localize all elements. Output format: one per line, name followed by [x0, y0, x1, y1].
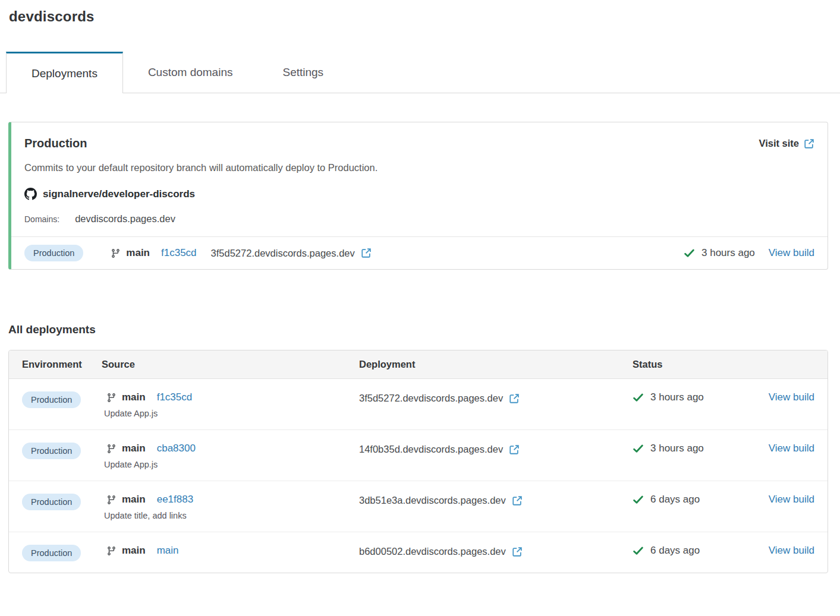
check-icon	[633, 494, 644, 506]
table-body: Production main f1c35cd Update App.js 3f…	[9, 379, 828, 573]
external-link-icon[interactable]	[361, 248, 372, 258]
commit-link[interactable]: f1c35cd	[161, 247, 197, 259]
repo-name: signalnerve/developer-discords	[43, 188, 195, 200]
commit-link[interactable]: ee1f883	[157, 494, 193, 506]
check-icon	[633, 392, 644, 403]
git-branch-icon	[106, 444, 117, 454]
commit-message: Update App.js	[104, 460, 359, 469]
table-header-row: Environment Source Deployment Status	[9, 350, 828, 379]
deployment-url: 3f5d5272.devdiscords.pages.dev	[211, 248, 355, 259]
tab-deployments[interactable]: Deployments	[6, 52, 123, 93]
environment-badge: Production	[22, 391, 81, 408]
column-header-source: Source	[102, 359, 359, 370]
column-header-status: Status	[633, 359, 751, 370]
deployment-url: 14f0b35d.devdiscords.pages.dev	[359, 444, 503, 455]
branch-name: main	[122, 443, 146, 454]
status-time: 3 hours ago	[701, 247, 755, 259]
deployment-url: 3db51e3a.devdiscords.pages.dev	[359, 495, 506, 506]
environment-badge: Production	[22, 545, 81, 561]
page-title: devdiscords	[0, 0, 840, 25]
view-build-link[interactable]: View build	[769, 391, 814, 403]
deployment-url: b6d00502.devdiscords.pages.dev	[359, 546, 506, 557]
all-deployments-title: All deployments	[8, 323, 840, 336]
table-row: Production main main b6d00502.devdiscord…	[9, 532, 828, 573]
branch-name: main	[126, 247, 150, 259]
external-link-icon[interactable]	[509, 444, 520, 455]
external-link-icon[interactable]	[512, 546, 523, 557]
branch-name: main	[122, 545, 146, 557]
github-icon	[24, 188, 37, 200]
table-row: Production main ee1f883 Update title, ad…	[9, 481, 828, 532]
environment-badge: Production	[24, 245, 83, 261]
column-header-environment: Environment	[22, 359, 102, 370]
deployment-url: 3f5d5272.devdiscords.pages.dev	[359, 393, 503, 404]
tab-settings[interactable]: Settings	[257, 52, 348, 93]
status-time: 3 hours ago	[650, 443, 704, 454]
external-link-icon[interactable]	[512, 495, 523, 506]
check-icon	[633, 443, 644, 454]
deployments-page: devdiscords Deployments Custom domains S…	[0, 0, 840, 573]
commit-message: Update App.js	[104, 409, 359, 418]
production-card-title: Production	[24, 137, 87, 150]
commit-link[interactable]: cba8300	[157, 443, 196, 454]
visit-site-link[interactable]: Visit site	[759, 138, 814, 149]
environment-badge: Production	[22, 443, 81, 459]
status-time: 3 hours ago	[650, 391, 704, 403]
branch-name: main	[122, 494, 146, 506]
production-deployment-row: Production main f1c35cd 3f5d5272.devdisc…	[11, 236, 828, 269]
column-header-deployment: Deployment	[359, 359, 633, 370]
git-branch-icon	[106, 546, 117, 556]
external-link-icon	[804, 138, 814, 149]
git-branch-icon	[111, 248, 121, 258]
visit-site-label: Visit site	[759, 138, 799, 149]
view-build-link[interactable]: View build	[769, 494, 814, 505]
tab-bar: Deployments Custom domains Settings	[0, 52, 840, 93]
table-row: Production main f1c35cd Update App.js 3f…	[9, 379, 828, 430]
production-card: Production Visit site Commits to your de…	[8, 122, 828, 270]
branch-name: main	[122, 391, 146, 403]
commit-message: Update title, add links	[104, 511, 359, 520]
status-time: 6 days ago	[650, 545, 700, 557]
production-description: Commits to your default repository branc…	[24, 162, 814, 173]
git-branch-icon	[106, 393, 117, 403]
environment-badge: Production	[22, 494, 81, 510]
view-build-link[interactable]: View build	[769, 443, 814, 454]
check-icon	[684, 248, 695, 259]
external-link-icon[interactable]	[509, 393, 520, 404]
check-icon	[633, 545, 644, 557]
status-time: 6 days ago	[650, 494, 700, 506]
commit-link[interactable]: f1c35cd	[157, 391, 193, 403]
tab-custom-domains[interactable]: Custom domains	[123, 52, 258, 93]
view-build-link[interactable]: View build	[769, 247, 814, 259]
commit-link[interactable]: main	[157, 545, 179, 557]
domains-label: Domains:	[24, 214, 59, 224]
git-branch-icon	[106, 495, 117, 505]
view-build-link[interactable]: View build	[769, 545, 814, 556]
domains-value: devdiscords.pages.dev	[75, 213, 175, 225]
table-row: Production main cba8300 Update App.js 14…	[9, 430, 828, 481]
deployments-table: Environment Source Deployment Status Pro…	[8, 350, 828, 573]
